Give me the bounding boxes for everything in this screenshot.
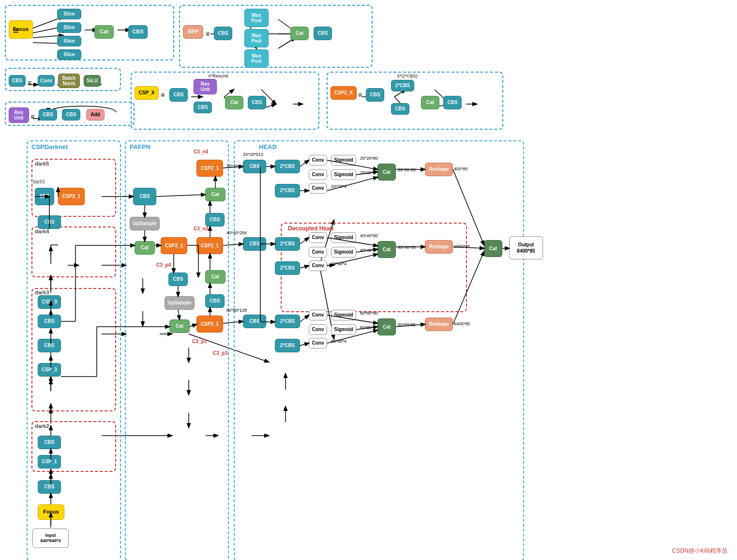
cbs-legend-label: CBS [9, 75, 26, 87]
head-sigmoid-bot-1: Sigmoid [331, 310, 356, 320]
dark4-csp3: CSP_3 [38, 363, 61, 377]
head-cat-top: Cat [377, 164, 396, 181]
head-2cbs-mid-2: 2*CBS [275, 261, 300, 275]
csp-x-label: CSP_X [135, 86, 159, 100]
input-node: Input640*640*3 [32, 529, 69, 548]
head-conv-bot-2: Conv [309, 324, 327, 335]
cbs-conv: Conv [38, 75, 55, 87]
spp-label: SPP [183, 25, 203, 39]
head-conv-bot-1: Conv [309, 310, 327, 320]
dark5-cbs: CBS [38, 215, 61, 229]
head-sigmoid-top-2: Sigmoid [331, 169, 356, 180]
csp-x-cbs2: CBS [194, 102, 212, 113]
cspdarknet-label: CSPDarknet [31, 143, 68, 151]
res-add: Add [86, 109, 105, 121]
pafpn-cat3: Cat [205, 270, 226, 284]
dark5-csp21: CSP2_1 [58, 188, 85, 205]
head-2cbs-bot-1: 2*CBS [275, 315, 300, 328]
csp2-x-cbs3: CBS [391, 103, 409, 115]
res-cbs2: CBS [62, 109, 80, 121]
csp-x-cbs1: CBS [169, 88, 188, 102]
slice-4: Slice [57, 49, 81, 60]
focus-block: Focus [9, 20, 33, 39]
pafpn-cat2: Cat [169, 319, 190, 333]
pafpn-label: PAFPN [130, 143, 150, 151]
cbs-bn: BatchNorm [58, 74, 80, 88]
dark5-spp: SPP [35, 188, 54, 205]
head-conv-mid-1: Conv [309, 232, 327, 243]
pafpn-cat1: Cat [135, 241, 155, 255]
pafpn-csp21-n4: CSP2_1 [196, 160, 223, 177]
watermark: CSDN@小K码程序员 [672, 547, 727, 555]
head-cat-mid: Cat [377, 241, 396, 258]
csp2-x-diagram-box [327, 72, 503, 130]
final-cat: Cat [484, 240, 502, 257]
csp-x-cat: Cat [225, 96, 243, 109]
diagram-container: Focus ≡ Slice Slice Slice Slice Cat CBS … [0, 0, 737, 560]
head-2cbs-bot-2: 2*CBS [275, 339, 300, 352]
head-2cbs-top-1: 2*CBS [275, 160, 300, 173]
slice-1: Slice [57, 9, 81, 19]
csp2-x-cbs1: CBS [366, 88, 384, 102]
head-sigmoid-top-1: Sigmoid [331, 155, 356, 166]
spp-cat: Cat [290, 27, 309, 40]
dark4-cbs-2: CBS [38, 315, 61, 328]
head-conv-top-2: Conv [309, 169, 327, 180]
slice-3: Slice [57, 36, 81, 46]
csp-x-cbs-out: CBS [248, 96, 266, 109]
res-unit-label: ResUnit [9, 107, 29, 123]
dark3-cbs: CBS [38, 436, 61, 449]
focus-cbs: CBS [128, 25, 148, 39]
pafpn-cat4: Cat [205, 188, 226, 201]
spp-maxpool3: MaxPool [244, 49, 269, 68]
head-cat-bot: Cat [377, 318, 396, 335]
csp2-x-label: CSP2_X [331, 86, 357, 100]
dark2-cbs: CBS [38, 480, 61, 494]
focus-main: Focus [38, 504, 64, 520]
spp-maxpool2: MaxPool [244, 29, 269, 47]
dark3-csp1: CSP_1 [38, 455, 61, 469]
slice-2: Slice [57, 22, 81, 33]
pafpn-csp21-p3: CSP2_1 [196, 316, 223, 333]
head-conv-mid-3: Conv [309, 260, 327, 271]
pafpn-cbs3: CBS [205, 294, 225, 308]
head-conv-bot-3: Conv [309, 338, 327, 348]
head-cbs-bot: CBS [243, 315, 266, 328]
spp-maxpool1: MaxPool [244, 9, 269, 27]
head-reshape-mid: Reshape [425, 240, 453, 254]
pafpn-upsample2: UpSample [165, 296, 195, 310]
head-sigmoid-bot-2: Sigmoid [331, 324, 356, 335]
head-cbs-top: CBS [243, 160, 266, 173]
pafpn-csp21-p4: CSP2_1 [161, 237, 187, 254]
pafpn-csp21-n3: CSP2_1 [196, 237, 223, 254]
spp-cbs: CBS [214, 27, 232, 40]
csp2-x-2cbs: 2*CBS [391, 80, 414, 91]
head-2cbs-mid-1: 2*CBS [275, 237, 300, 251]
pafpn-upsample1: UpSample [130, 217, 160, 230]
dark4-csp3-2: CSP_3 [38, 295, 61, 309]
pafpn-cbs1: CBS [133, 188, 156, 205]
output-node: Output8400*85 [509, 236, 543, 259]
cbs-silu: SiLU [84, 75, 101, 87]
res-cbs1: CBS [39, 109, 57, 121]
head-conv-mid-2: Conv [309, 247, 327, 257]
csp2-x-cat: Cat [421, 96, 439, 109]
head-2cbs-top-2: 2*CBS [275, 184, 300, 197]
head-label: HEAD [259, 143, 277, 151]
head-cbs-mid: CBS [243, 237, 266, 251]
pafpn-cbs4: CBS [205, 213, 225, 227]
head-conv-top-1: Conv [309, 155, 327, 166]
csp-x-resunit: ResUnit [194, 79, 217, 94]
head-sigmoid-mid-2: Sigmoid [331, 247, 356, 257]
head-reshape-top: Reshape [425, 163, 453, 176]
csp2-x-cbs-out: CBS [443, 96, 462, 109]
head-conv-top-3: Conv [309, 183, 327, 194]
head-sigmoid-mid-1: Sigmoid [331, 232, 356, 243]
focus-cat: Cat [94, 25, 114, 39]
pafpn-cbs2: CBS [168, 272, 188, 286]
spp-cbs-out: CBS [314, 27, 332, 40]
dark4-cbs: CBS [38, 339, 61, 352]
head-reshape-bot: Reshape [425, 318, 453, 331]
